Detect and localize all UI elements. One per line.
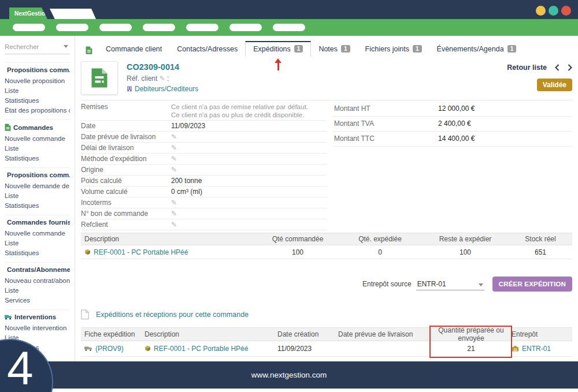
nav-menu-pill[interactable] [273, 24, 305, 31]
amount-row: Montant TTC 14 400,00 € [332, 132, 572, 147]
shipment-ref-link[interactable]: (PROV9) [95, 345, 124, 353]
sidebar-item[interactable]: Liste [5, 238, 70, 248]
document-outline-icon [81, 309, 89, 320]
sidebar-section-title[interactable]: Propositions comm... [7, 171, 70, 178]
sidebar-item[interactable]: Liste [5, 144, 70, 154]
sidebar-item[interactable]: Statistiques [5, 96, 70, 106]
qty-ordered: 100 [257, 248, 338, 256]
chevron-right-icon[interactable] [568, 64, 572, 71]
products-table-header: Description Qté commandée Qté. expédiée … [81, 233, 572, 245]
field-row: Méthode d'expédition ✎ [81, 154, 327, 165]
edit-pencil-icon[interactable]: ✎ [171, 166, 177, 174]
order-details: Remises Ce client n'a pas de remise rela… [81, 102, 572, 230]
sidebar-item[interactable]: Nouveau contrat/abonn. [5, 276, 70, 286]
footer-bar: www.nextgestion.com [0, 361, 578, 389]
order-doc-icon [91, 68, 108, 88]
qty-remaining: 100 [422, 248, 509, 256]
warehouse-icon [512, 345, 519, 352]
thirdparty-link[interactable]: Debiteurs/Crediteurs [127, 85, 198, 93]
edit-pencil-icon[interactable]: ✎ [171, 144, 177, 152]
sidebar-section-commandes: Commandes Nouvelle commande Liste Statis… [5, 120, 70, 167]
edit-pencil-icon[interactable]: ✎ [171, 210, 177, 218]
object-banner: CO2309-0014 Réf. client ✎ : Debiteurs/Cr… [81, 61, 572, 95]
product-cube-icon [84, 249, 91, 255]
sidebar: Propositions comm... Nouvelle propositio… [0, 36, 75, 361]
edit-pencil-icon[interactable]: ✎ [160, 74, 165, 83]
sidebar-item[interactable]: Services [5, 296, 70, 305]
product-link[interactable]: REF-0001 - PC Portable HPéé [154, 345, 248, 353]
search-dropdown-caret-icon[interactable] [64, 45, 68, 48]
annotation-arrow-up-icon [275, 58, 281, 71]
sidebar-section-propales-fournisseur: Propositions comm... Nouvelle demande de… [5, 167, 70, 215]
field-row: Refclient ✎ [81, 219, 327, 230]
window-dot-teal[interactable] [549, 6, 558, 16]
sidebar-item[interactable]: Nouvelle commande [5, 134, 70, 144]
nav-menu-pill[interactable] [56, 24, 88, 31]
sidebar-item[interactable]: Liste [5, 191, 70, 201]
product-link[interactable]: REF-0001 - PC Portable HPéé [84, 248, 188, 256]
product-cube-icon [144, 345, 151, 352]
order-reference: CO2309-0014 [127, 62, 198, 72]
sidebar-section-title[interactable]: Contrats/Abonneme... [7, 266, 70, 273]
intervention-truck-icon [5, 315, 12, 320]
field-row: N° bon de commande ✎ [81, 208, 327, 219]
order-date: 11/09/2023 [171, 122, 205, 130]
banner-separator [81, 100, 572, 100]
shipments-section-title[interactable]: Expéditions et réceptions pour cette com… [81, 309, 572, 320]
sidebar-item[interactable]: Nouvelle demande de prix [5, 181, 70, 191]
tab-notes[interactable]: Notes1 [311, 42, 357, 57]
chevron-left-icon[interactable] [555, 64, 560, 71]
computed-volume: 0 cm³ (ml) [171, 188, 202, 196]
edit-pencil-icon[interactable]: ✎ [171, 199, 177, 207]
sidebar-section-propales: Propositions comm... Nouvelle propositio… [5, 62, 70, 120]
field-row: Origine ✎ [81, 165, 327, 176]
back-to-list-link[interactable]: Retour liste [507, 64, 547, 72]
tab-count-badge: 1 [507, 45, 517, 53]
field-row: Volume calculé 0 cm³ (ml) [81, 186, 327, 197]
amount-ht: 12 000,00 € [438, 104, 475, 113]
sidebar-item[interactable]: Nouvelle proposition [5, 76, 70, 86]
select-caret-icon [479, 283, 483, 286]
create-shipment-button[interactable]: CRÉER EXPÉDITION [492, 277, 572, 292]
sidebar-item[interactable]: Statistiques [5, 154, 70, 163]
sidebar-item[interactable]: État des propositions co... [5, 106, 70, 115]
amount-tva: 2 400,00 € [438, 120, 471, 128]
warehouse-select[interactable]: ENTR-01 [416, 278, 484, 290]
window-dot-yellow[interactable] [536, 6, 546, 16]
nav-menu-pill[interactable] [143, 24, 175, 31]
tab-contacts-adresses[interactable]: Contacts/Adresses [169, 42, 245, 57]
nav-menu-pill[interactable] [186, 24, 218, 31]
field-row: Incoterms ✎ [81, 197, 327, 208]
sidebar-item[interactable]: Nouvelle commande [5, 229, 70, 238]
sidebar-section-title[interactable]: Commandes fournis... [7, 219, 70, 226]
sidebar-section-title[interactable]: Propositions comm... [7, 66, 70, 73]
sidebar-item[interactable]: Statistiques [5, 248, 70, 258]
sidebar-section-commandes-fournisseur: Commandes fournis... Nouvelle commande L… [5, 215, 70, 262]
tab-fichiers-joints[interactable]: Fichiers joints1 [358, 42, 429, 57]
sidebar-item[interactable]: Liste [5, 86, 70, 96]
edit-pencil-icon[interactable]: ✎ [171, 155, 177, 163]
nav-menu-pill[interactable] [229, 24, 262, 31]
tab-evenements-agenda[interactable]: Évènements/Agenda1 [429, 42, 524, 57]
field-row: Poids calculé 200 tonne [81, 176, 327, 186]
sidebar-section-title[interactable]: Interventions [14, 313, 56, 320]
search-input[interactable] [5, 43, 60, 50]
shipment-date-created: 11/09/2023 [277, 345, 338, 353]
sidebar-section-contrats: Contrats/Abonneme... Nouveau contrat/abo… [5, 262, 70, 309]
status-badge: Validée [537, 79, 572, 91]
discount-note: Ce client n'a pas de remise relative par… [171, 103, 308, 111]
warehouse-link[interactable]: ENTR-01 [522, 345, 551, 353]
sidebar-item[interactable]: Statistiques [5, 201, 70, 211]
window-dot-red[interactable] [561, 6, 571, 16]
sidebar-item[interactable]: Nouvelle intervention [5, 323, 70, 333]
tab-expeditions[interactable]: Expéditions1 [245, 41, 311, 57]
sidebar-item[interactable]: Liste [5, 286, 70, 296]
tab-commande-client[interactable]: Commande client [98, 42, 169, 57]
nav-menu-pill[interactable] [99, 24, 132, 31]
amount-ttc: 14 400,00 € [438, 135, 475, 143]
sidebar-section-title[interactable]: Commandes [13, 124, 53, 131]
edit-pencil-icon[interactable]: ✎ [171, 221, 177, 229]
tab-bar: Commande client Contacts/Adresses Expédi… [81, 42, 572, 57]
nav-menu-pill[interactable] [13, 24, 45, 31]
edit-pencil-icon[interactable]: ✎ [171, 133, 177, 141]
